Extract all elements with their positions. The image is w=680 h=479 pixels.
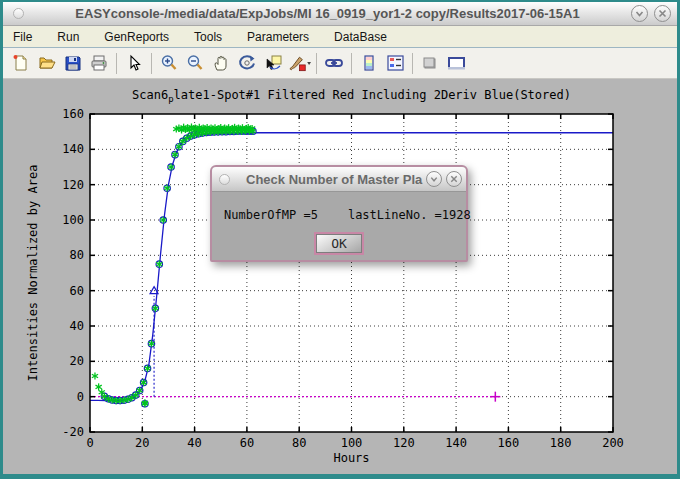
chevron-down-icon bbox=[634, 8, 645, 19]
colorbar-icon bbox=[361, 54, 377, 72]
svg-text:80: 80 bbox=[292, 436, 306, 450]
dialog-message: NumberOfMP =5 lastLineNo. =1928 bbox=[224, 208, 471, 222]
svg-text:0: 0 bbox=[77, 390, 84, 404]
toolbar-separator bbox=[116, 53, 117, 74]
svg-text:120: 120 bbox=[393, 436, 415, 450]
svg-text:0: 0 bbox=[86, 436, 93, 450]
ok-button[interactable]: OK bbox=[316, 234, 362, 253]
svg-text:140: 140 bbox=[445, 436, 467, 450]
new-document-icon bbox=[12, 54, 30, 72]
new-figure-button[interactable] bbox=[9, 51, 33, 75]
close-icon bbox=[449, 174, 459, 184]
dock-figure-icon bbox=[446, 54, 467, 72]
svg-text:40: 40 bbox=[187, 436, 201, 450]
window-menu-icon[interactable] bbox=[13, 8, 24, 19]
toolbar-separator bbox=[151, 53, 152, 74]
hide-plot-tools-button[interactable] bbox=[418, 51, 442, 75]
insert-legend-button[interactable] bbox=[383, 51, 407, 75]
window-title: EASYconsole-/media/data/ExpJobs/MI 16_09… bbox=[24, 6, 631, 21]
window-titlebar[interactable]: EASYconsole-/media/data/ExpJobs/MI 16_09… bbox=[3, 2, 677, 26]
y-tick-labels: -20020406080100120140160 bbox=[62, 107, 84, 439]
dialog-close-button[interactable] bbox=[446, 171, 462, 187]
pan-hand-icon bbox=[212, 54, 230, 72]
dialog-title: Check Number of Master Pla bbox=[246, 172, 426, 187]
last-line-no-value: lastLineNo. =1928 bbox=[348, 208, 471, 222]
x-tick-labels: 020406080100120140160180200 bbox=[86, 436, 623, 450]
svg-text:180: 180 bbox=[550, 436, 572, 450]
dialog-shade-button[interactable] bbox=[426, 171, 442, 187]
link-plots-icon bbox=[324, 54, 344, 72]
menu-item-genreports[interactable]: GenReports bbox=[104, 30, 169, 44]
open-file-button[interactable] bbox=[35, 51, 59, 75]
hide-plot-tools-icon bbox=[421, 54, 439, 72]
number-of-mp-value: NumberOfMP =5 bbox=[224, 208, 318, 222]
pointer-icon bbox=[126, 54, 142, 72]
save-button[interactable] bbox=[61, 51, 85, 75]
svg-text:60: 60 bbox=[70, 284, 84, 298]
dock-figure-button[interactable] bbox=[444, 51, 468, 75]
zoom-out-button[interactable] bbox=[183, 51, 207, 75]
figure-area: 020406080100120140160180200-200204060801… bbox=[3, 79, 677, 474]
edit-plot-button[interactable] bbox=[122, 51, 146, 75]
svg-text:100: 100 bbox=[62, 213, 84, 227]
rotate-3d-button[interactable] bbox=[235, 51, 259, 75]
dialog-body: NumberOfMP =5 lastLineNo. =1928 OK bbox=[212, 192, 466, 260]
chevron-down-icon bbox=[429, 174, 439, 184]
menu-bar: FileRunGenReportsToolsParametersDataBase bbox=[3, 26, 677, 48]
brush-icon bbox=[287, 54, 311, 72]
close-icon bbox=[657, 8, 668, 19]
menu-item-database[interactable]: DataBase bbox=[334, 30, 387, 44]
svg-text:200: 200 bbox=[602, 436, 624, 450]
pan-button[interactable] bbox=[209, 51, 233, 75]
main-window: EASYconsole-/media/data/ExpJobs/MI 16_09… bbox=[3, 2, 677, 474]
plot-canvas: 020406080100120140160180200-200204060801… bbox=[3, 79, 677, 476]
print-button[interactable] bbox=[87, 51, 111, 75]
svg-text:20: 20 bbox=[70, 354, 84, 368]
save-icon bbox=[64, 54, 82, 72]
toolbar-separator bbox=[351, 53, 352, 74]
x-axis-label: Hours bbox=[333, 451, 369, 465]
brush-data-button[interactable] bbox=[287, 51, 311, 75]
toolbar-separator bbox=[316, 53, 317, 74]
menu-item-tools[interactable]: Tools bbox=[194, 30, 222, 44]
zoom-in-button[interactable] bbox=[157, 51, 181, 75]
svg-text:40: 40 bbox=[70, 319, 84, 333]
toolbar-separator bbox=[412, 53, 413, 74]
y-axis-label: Intensities Normalized by Area bbox=[26, 165, 40, 382]
figure-toolbar bbox=[3, 48, 677, 79]
svg-text:160: 160 bbox=[498, 436, 520, 450]
window-shade-button[interactable] bbox=[631, 5, 648, 22]
svg-text:60: 60 bbox=[240, 436, 254, 450]
data-cursor-button[interactable] bbox=[261, 51, 285, 75]
svg-text:80: 80 bbox=[70, 248, 84, 262]
link-plots-button[interactable] bbox=[322, 51, 346, 75]
rotate-3d-icon bbox=[238, 54, 257, 72]
insert-colorbar-button[interactable] bbox=[357, 51, 381, 75]
axes-background bbox=[90, 114, 613, 432]
svg-text:100: 100 bbox=[341, 436, 363, 450]
data-cursor-icon bbox=[264, 54, 283, 72]
svg-text:140: 140 bbox=[62, 142, 84, 156]
zoom-out-icon bbox=[186, 54, 204, 72]
plot-title: Scan6plate1-Spot#1 Filtered Red Includin… bbox=[132, 88, 571, 104]
menu-item-run[interactable]: Run bbox=[57, 30, 79, 44]
svg-text:120: 120 bbox=[62, 178, 84, 192]
svg-text:160: 160 bbox=[62, 107, 84, 121]
dialog-menu-icon[interactable] bbox=[219, 174, 230, 185]
dialog-titlebar[interactable]: Check Number of Master Pla bbox=[212, 167, 466, 192]
check-number-dialog: Check Number of Master Pla NumberOfMP =5… bbox=[210, 165, 468, 262]
print-icon bbox=[90, 54, 109, 72]
open-folder-icon bbox=[38, 54, 57, 72]
window-close-button[interactable] bbox=[654, 5, 671, 22]
svg-text:20: 20 bbox=[135, 436, 149, 450]
svg-text:-20: -20 bbox=[62, 425, 84, 439]
zoom-in-icon bbox=[160, 54, 178, 72]
legend-icon bbox=[386, 54, 405, 72]
menu-item-file[interactable]: File bbox=[13, 30, 32, 44]
menu-item-parameters[interactable]: Parameters bbox=[247, 30, 309, 44]
